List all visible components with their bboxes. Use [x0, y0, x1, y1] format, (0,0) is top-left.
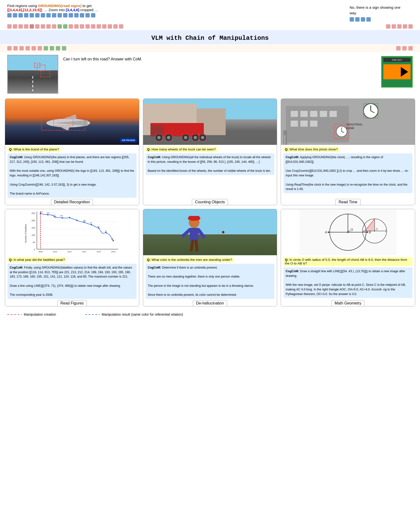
dot	[18, 13, 23, 17]
svg-text:2014: 2014	[82, 251, 86, 253]
dot	[13, 13, 17, 17]
svg-point-21	[201, 136, 204, 139]
top-right-answer: No, there is a sign showing one way.	[350, 4, 403, 16]
blue-dots-right	[350, 17, 413, 22]
top-section: Find regions using GROUNDING(road signs)…	[0, 0, 420, 23]
question-mathgeo: Q: In circle O with radius of 5.0, the l…	[283, 257, 412, 266]
dot	[13, 24, 17, 29]
svg-text:50: 50	[33, 241, 35, 244]
grounding-highlight: GROUNDING(road signs)	[38, 4, 82, 8]
svg-rect-30	[300, 111, 308, 117]
card-label-mathgeo: Math Geometry	[331, 300, 364, 306]
dot	[408, 46, 413, 50]
dot	[46, 13, 51, 17]
dot	[56, 46, 60, 50]
svg-point-108	[367, 231, 368, 233]
svg-text:100: 100	[32, 234, 35, 236]
footer-legend: Manipulation creation Manipulation resul…	[0, 309, 420, 320]
airplane-svg	[5, 99, 139, 145]
svg-point-66	[54, 216, 56, 218]
dot	[97, 24, 101, 29]
card-counting-objects: Q: How many wheels of the truck can be s…	[143, 99, 277, 205]
svg-text:O: O	[350, 228, 353, 232]
dot	[355, 17, 360, 22]
dot	[30, 24, 34, 29]
question-readtime: Q: What time does this photo show?	[283, 147, 339, 152]
dot	[19, 46, 24, 50]
svg-text:41: 41	[98, 226, 99, 227]
card-read-figures: 0 50 100 150 200 250 Number of fatalitie…	[5, 209, 139, 306]
sign-box-3	[34, 63, 40, 68]
dot	[58, 13, 62, 17]
svg-point-67	[62, 217, 63, 219]
answer-counting-text: Using GROUNDING(all the individual wheel…	[148, 156, 271, 172]
person-svg	[143, 209, 277, 255]
svg-point-73	[105, 232, 107, 233]
dot	[69, 24, 73, 29]
circle-image: O A B O	[281, 209, 415, 255]
svg-text:51: 51	[90, 222, 92, 224]
question-readfigures-text: In what year did the fatalities peak?	[14, 258, 65, 262]
answer-readfigures-text: Firstly, using GROUNDING(fatalities valu…	[10, 266, 132, 297]
dot	[80, 24, 84, 29]
dot	[397, 24, 402, 29]
legend-item-result: Manipulation result (same color for refe…	[85, 312, 183, 316]
svg-text:INDUSTRIAL: INDUSTRIAL	[284, 135, 286, 145]
top-right-area: No, there is a sign showing one way.	[350, 2, 413, 22]
demo-arrow-area: ONE WAY	[183, 55, 413, 88]
answer-dehalluc: CogCoM: Determine if there is an umbrell…	[146, 264, 275, 299]
answer-counting: CogCoM: Using GROUNDING(all the individu…	[146, 153, 275, 175]
svg-text:2018: 2018	[111, 251, 115, 253]
dot	[102, 24, 107, 29]
svg-text:A: A	[363, 230, 365, 232]
card-content-detailed: Q: What is the brand of the plane? CogCo…	[5, 145, 139, 205]
svg-text:85: 85	[111, 238, 113, 240]
dot	[35, 13, 40, 17]
dot	[113, 24, 118, 29]
dot	[44, 46, 48, 50]
svg-point-106	[328, 231, 329, 233]
dot	[85, 24, 90, 29]
dot	[52, 24, 56, 29]
dot	[32, 46, 36, 50]
card-label-detailed: Detailed Recognition	[51, 199, 93, 205]
svg-text:190: 190	[83, 220, 86, 222]
dot	[50, 46, 54, 50]
svg-text:2016: 2016	[97, 251, 101, 253]
dot	[396, 46, 401, 50]
question-counting-text: How many wheels of the truck can be seen…	[151, 148, 216, 151]
svg-rect-91	[143, 209, 277, 255]
svg-text:BANK: BANK	[346, 127, 354, 130]
legend-creation-text: Manipulation creation	[24, 312, 56, 316]
grounding-text: Find regions using GROUNDING(road signs)…	[7, 4, 350, 12]
sign-arrow-container	[383, 64, 411, 79]
svg-point-68	[69, 217, 70, 218]
svg-text:250: 250	[32, 212, 35, 214]
dot	[392, 24, 396, 29]
q-label: Q:	[9, 148, 13, 151]
bank-svg: INDUSTRIAL INDUSTRIAL BANK	[281, 99, 415, 145]
chart-svg: 0 50 100 150 200 250 Number of fatalitie…	[5, 209, 139, 255]
svg-rect-34	[291, 121, 298, 127]
svg-text:O: O	[376, 228, 378, 230]
cogcom-label: CogCoM:	[148, 266, 161, 269]
svg-point-13	[157, 136, 161, 139]
answer-readfigures: CogCoM: Firstly, using GROUNDING(fatalit…	[8, 264, 137, 299]
svg-point-72	[98, 227, 99, 229]
q-label: Q:	[9, 258, 13, 262]
cogcom-label: CogCoM:	[286, 156, 299, 159]
person-image	[143, 209, 277, 255]
dot	[80, 13, 84, 17]
cogcom-label: CogCoM:	[148, 156, 161, 159]
legend-line-blue	[85, 314, 100, 315]
road-marking	[33, 76, 33, 91]
dot	[408, 24, 413, 29]
dot	[35, 24, 40, 29]
answer-detailed: CogCoM: Using GROUNDING(the plane) to fi…	[8, 153, 137, 198]
svg-point-65	[47, 214, 49, 215]
answer-mathgeo-text: Draw a straight line with LINE([[(54, 43…	[286, 270, 406, 296]
cards-grid: AIR FRANCE Q: What is the brand of the p…	[0, 96, 420, 309]
svg-line-98	[191, 241, 193, 250]
question-readtime-text: What time does this photo show?	[289, 148, 338, 151]
ellipsis: : …	[42, 8, 48, 12]
